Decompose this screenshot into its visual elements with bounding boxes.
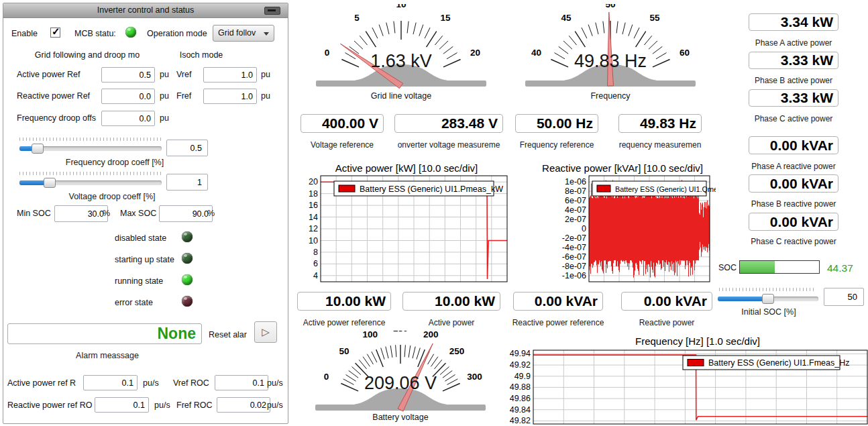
svg-text:Battery ESS (Generic) UI1.Pmea: Battery ESS (Generic) UI1.Pmeas_kW xyxy=(360,184,503,194)
freq-droop-slider-thumb[interactable] xyxy=(32,144,44,154)
disabled-state-led xyxy=(182,231,193,242)
enable-checkbox[interactable]: ✓ xyxy=(50,28,60,38)
max-soc-input[interactable] xyxy=(159,205,213,222)
fref-roc-label: Fref ROC xyxy=(176,401,212,410)
reactive-power-roc-input[interactable] xyxy=(95,397,149,413)
frequency-measurement-display: 49.83 Hz xyxy=(618,114,702,133)
battery-voltage-caption: Battery voltage xyxy=(296,413,504,422)
fref-unit: pu xyxy=(261,91,270,101)
svg-text:-4e-07: -4e-07 xyxy=(562,243,586,252)
svg-text:50: 50 xyxy=(605,4,615,9)
min-soc-unit: % xyxy=(103,209,110,218)
phase-a-reactive-power-display: 0.00 kVAr xyxy=(749,136,838,154)
vref-input[interactable] xyxy=(203,67,257,83)
vref-roc-input[interactable] xyxy=(215,375,268,390)
svg-text:6: 6 xyxy=(313,259,318,268)
svg-text:5: 5 xyxy=(354,13,360,23)
error-state-led xyxy=(182,296,193,307)
initial-soc-label: Initial SOC [%] xyxy=(741,307,796,317)
svg-text:Active power [kW] [10.0 sec/di: Active power [kW] [10.0 sec/div] xyxy=(335,162,478,174)
active-power-ref-input[interactable] xyxy=(101,67,155,83)
fref-input[interactable] xyxy=(203,89,257,104)
mcb-status-label: MCB statu: xyxy=(74,29,116,38)
reactive-power-ref-input[interactable] xyxy=(101,89,155,104)
play-icon: ▷ xyxy=(262,326,270,337)
active-power-roc-input[interactable] xyxy=(83,375,138,390)
alarm-message-box: None xyxy=(7,323,202,344)
soc-label: SOC xyxy=(718,263,737,272)
svg-text:-8e-07: -8e-07 xyxy=(562,262,586,271)
svg-text:-2e-07: -2e-07 xyxy=(562,233,586,243)
voltage-reference-label: Voltage reference xyxy=(311,140,374,150)
frequency-reference-display: 50.00 Hz xyxy=(515,114,598,133)
frequency-reference-label: Frequency reference xyxy=(520,140,594,150)
starting-up-state-led xyxy=(182,253,193,264)
svg-text:250: 250 xyxy=(449,346,465,356)
svg-text:2e-07: 2e-07 xyxy=(565,215,586,224)
panel-titlebar[interactable]: Inverter control and status xyxy=(3,3,288,18)
grid-voltage-reading: 1.63 kV xyxy=(297,51,505,72)
volt-droop-coeff-label: Voltage droop coeff [%] xyxy=(68,192,155,201)
active-power-ref-label: Active power Ref xyxy=(17,70,80,79)
disabled-state-label: disabled state xyxy=(115,233,166,243)
volt-droop-slider-track[interactable] xyxy=(19,180,162,185)
volt-droop-slider-thumb[interactable] xyxy=(44,178,56,188)
operation-mode-dropdown[interactable]: Grid follov xyxy=(213,25,274,42)
svg-text:45: 45 xyxy=(561,13,572,23)
svg-text:8e-07: 8e-07 xyxy=(565,187,586,196)
phase-a-active-power-display: 3.34 kW xyxy=(749,13,838,31)
svg-text:20: 20 xyxy=(309,177,318,187)
fref-roc-unit: pu/s xyxy=(267,401,283,410)
min-soc-input[interactable] xyxy=(54,205,108,222)
svg-text:Reactive power [kVAr] [10.0 se: Reactive power [kVAr] [10.0 sec/div] xyxy=(542,162,703,174)
svg-text:55: 55 xyxy=(649,13,660,23)
reactive-power-roc-unit: pu/s xyxy=(154,401,170,410)
svg-text:100: 100 xyxy=(362,331,378,339)
minimize-icon[interactable] xyxy=(264,7,280,15)
reset-alarm-button[interactable]: ▷ xyxy=(254,321,277,343)
freq-droop-slider-ticks xyxy=(19,138,162,141)
reactive-power-chart: Reactive power [kVAr] [10.0 sec/div]1e-0… xyxy=(506,161,716,283)
min-soc-label: Min SOC xyxy=(17,209,51,218)
freq-droop-offset-label: Frequency droop offs xyxy=(17,113,96,123)
freq-droop-offset-input[interactable] xyxy=(101,111,155,126)
soc-value: 44.37 xyxy=(827,262,853,274)
svg-text:49.82: 49.82 xyxy=(510,416,531,425)
svg-text:49.94: 49.94 xyxy=(510,349,531,358)
volt-droop-coeff-input[interactable] xyxy=(166,174,208,191)
max-soc-label: Max SOC xyxy=(120,209,156,218)
initial-soc-slider-thumb[interactable] xyxy=(762,294,774,304)
svg-text:Battery ESS (Generic) UI1.Qmea: Battery ESS (Generic) UI1.Qmeas_kVAr xyxy=(615,185,716,193)
converter-voltage-display: 283.48 V xyxy=(394,114,503,133)
max-soc-unit: % xyxy=(207,209,215,218)
section-isoch: Isoch mode xyxy=(171,50,231,60)
active-power-reference-label: Active power reference xyxy=(303,318,386,327)
freq-droop-coeff-label: Frequency droop coeff [%] xyxy=(66,158,164,167)
active-power-display: 10.00 kW xyxy=(402,292,500,311)
active-power-chart: Active power [kW] [10.0 sec/div]20181614… xyxy=(295,161,510,283)
svg-text:150: 150 xyxy=(393,331,409,333)
svg-text:1e-06: 1e-06 xyxy=(565,177,586,187)
active-power-ref-unit: pu xyxy=(160,70,169,79)
phase-b-reactive-power-display: 0.00 kVAr xyxy=(749,174,838,193)
freq-droop-offset-unit: pu xyxy=(160,113,169,123)
freq-droop-coeff-input[interactable] xyxy=(166,140,208,156)
active-power-roc-label: Active power ref R xyxy=(7,378,76,388)
frequency-reading: 49.83 Hz xyxy=(506,51,714,72)
svg-text:49.86: 49.86 xyxy=(510,394,531,403)
svg-text:Frequency [Hz] [1.0 sec/div]: Frequency [Hz] [1.0 sec/div] xyxy=(635,335,760,347)
svg-text:Battery ESS (Generic) UI1.Fmea: Battery ESS (Generic) UI1.Fmeas_Hz xyxy=(708,358,849,368)
section-grid-following: Grid following and droop mo xyxy=(17,50,158,60)
vref-unit: pu xyxy=(261,70,270,79)
svg-text:12: 12 xyxy=(309,224,318,233)
fref-roc-input[interactable] xyxy=(217,397,270,413)
phase-c-reactive-power-display: 0.00 kVAr xyxy=(749,213,838,231)
frequency-caption: Frequency xyxy=(506,91,714,101)
reactive-power-roc-label: Reactive power ref RO xyxy=(7,401,92,410)
vref-label: Vref xyxy=(176,70,191,79)
initial-soc-input[interactable] xyxy=(824,288,864,306)
phase-a-reactive-power-label: Phase A reactive power xyxy=(751,162,835,171)
converter-voltage-label: onverter voltage measureme xyxy=(398,140,500,150)
reactive-power-ref-unit: pu xyxy=(160,91,169,101)
reactive-power-reference-display: 0.00 kVAr xyxy=(513,292,603,311)
